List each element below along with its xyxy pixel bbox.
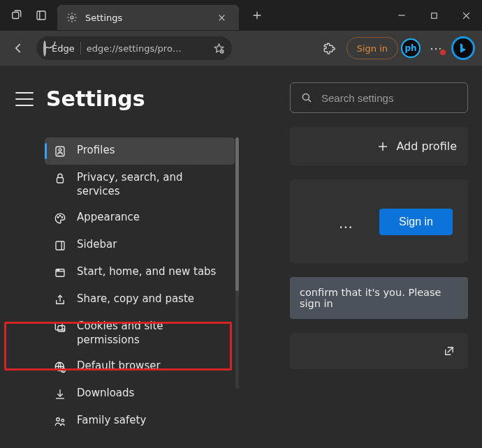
more-options-button[interactable]: ⋯: [339, 218, 354, 235]
menu-icon[interactable]: [15, 92, 34, 106]
alert-badge-icon: [439, 48, 447, 57]
browser-tab-settings[interactable]: Settings: [57, 5, 239, 30]
profile-badge[interactable]: ph: [401, 38, 421, 58]
profile-icon: [53, 144, 67, 158]
family-icon: [53, 415, 67, 428]
plus-icon: [377, 140, 389, 153]
svg-rect-1: [37, 11, 45, 20]
sidebar-item-label: Cookies and site permissions: [77, 320, 226, 347]
signin-pill[interactable]: Sign in: [346, 37, 398, 59]
sidebar-item-sidebar[interactable]: Sidebar: [45, 232, 235, 259]
window-icon: [53, 266, 67, 280]
sidebar-item-label: Sidebar: [77, 238, 226, 252]
signin-pill-label: Sign in: [357, 43, 388, 54]
sidebar-icon: [53, 239, 67, 253]
svg-rect-11: [56, 241, 64, 250]
search-input[interactable]: [321, 92, 458, 104]
sidebar-item-start-home[interactable]: Start, home, and new tabs: [45, 259, 235, 286]
new-tab-button[interactable]: [243, 1, 271, 29]
sidebar-item-default-browser[interactable]: Default browser: [45, 353, 235, 380]
sidebar-item-label: Start, home, and new tabs: [77, 265, 226, 279]
tab-title: Settings: [85, 13, 205, 23]
search-settings-box[interactable]: [290, 82, 468, 113]
titlebar: Settings: [0, 0, 482, 31]
settings-row[interactable]: [290, 333, 468, 369]
add-profile-row[interactable]: Add profile: [290, 127, 468, 165]
sidebar-item-privacy[interactable]: Privacy, search, and services: [45, 165, 235, 204]
edge-logo-icon: [43, 42, 46, 55]
extensions-icon[interactable]: [317, 36, 341, 60]
page-title: Settings: [46, 87, 145, 111]
sidebar-item-family-safety[interactable]: Family safety: [45, 408, 235, 435]
bing-chat-button[interactable]: [451, 36, 475, 60]
svg-point-17: [62, 329, 64, 331]
settings-nav: Profiles Privacy, search, and services A…: [45, 137, 235, 435]
sidebar-item-label: Privacy, search, and services: [77, 171, 226, 198]
svg-point-6: [59, 149, 61, 151]
sidebar-item-label: Share, copy and paste: [77, 292, 226, 306]
cookies-icon: [53, 320, 67, 334]
sidebar-item-label: Profiles: [77, 144, 226, 158]
svg-point-13: [57, 270, 58, 271]
svg-point-8: [57, 217, 59, 218]
profile-card: ⋯ Sign in: [290, 179, 468, 263]
favorite-icon[interactable]: [213, 43, 225, 54]
back-button[interactable]: [7, 36, 31, 60]
sidebar-item-label: Downloads: [77, 387, 226, 401]
confirm-banner: confirm that it's you. Please sign in: [290, 277, 468, 319]
svg-point-21: [61, 419, 64, 422]
separator: [80, 42, 81, 54]
sidebar-item-label: Family safety: [77, 414, 226, 428]
close-window-button[interactable]: [450, 0, 482, 31]
svg-point-14: [59, 270, 59, 271]
tab-actions-icon[interactable]: [10, 9, 22, 22]
search-icon: [300, 91, 313, 104]
svg-rect-7: [57, 178, 64, 184]
share-icon: [53, 293, 67, 307]
sidebar-item-cookies[interactable]: Cookies and site permissions: [45, 313, 235, 353]
address-bar[interactable]: Edge edge://settings/pro…: [36, 36, 232, 60]
sidebar-item-downloads[interactable]: Downloads: [45, 380, 235, 408]
sidebar-item-share-copy-paste[interactable]: Share, copy and paste: [45, 286, 235, 313]
sidebar-item-label: Default browser: [77, 359, 226, 373]
svg-point-9: [59, 216, 61, 217]
url-text: edge://settings/pro…: [87, 43, 207, 54]
download-icon: [53, 387, 67, 401]
browser-toolbar: Edge edge://settings/pro… Sign in ph ⋯: [0, 31, 482, 66]
sidebar-item-appearance[interactable]: Appearance: [45, 204, 235, 232]
close-tab-button[interactable]: [212, 8, 231, 27]
scrollbar-thumb[interactable]: [235, 137, 239, 291]
palette-icon: [53, 211, 67, 225]
confirm-text: confirm that it's you. Please sign in: [300, 285, 458, 311]
more-menu-button[interactable]: ⋯: [426, 41, 446, 56]
sidebar-item-label: Appearance: [77, 211, 226, 225]
add-profile-label: Add profile: [396, 140, 457, 153]
svg-rect-3: [431, 13, 437, 18]
svg-rect-15: [55, 323, 62, 330]
maximize-button[interactable]: [418, 0, 450, 31]
svg-rect-0: [13, 13, 19, 19]
vertical-tabs-icon[interactable]: [35, 9, 48, 22]
open-external-icon: [443, 345, 455, 357]
signin-button[interactable]: Sign in: [379, 209, 453, 235]
sidebar-item-profiles[interactable]: Profiles: [45, 137, 235, 165]
svg-point-2: [71, 16, 73, 19]
gear-icon: [66, 11, 78, 24]
lock-icon: [53, 172, 67, 186]
svg-point-22: [302, 94, 309, 100]
svg-point-20: [57, 418, 60, 421]
minimize-button[interactable]: [386, 0, 418, 31]
globe-check-icon: [53, 360, 67, 374]
svg-point-10: [61, 217, 63, 218]
